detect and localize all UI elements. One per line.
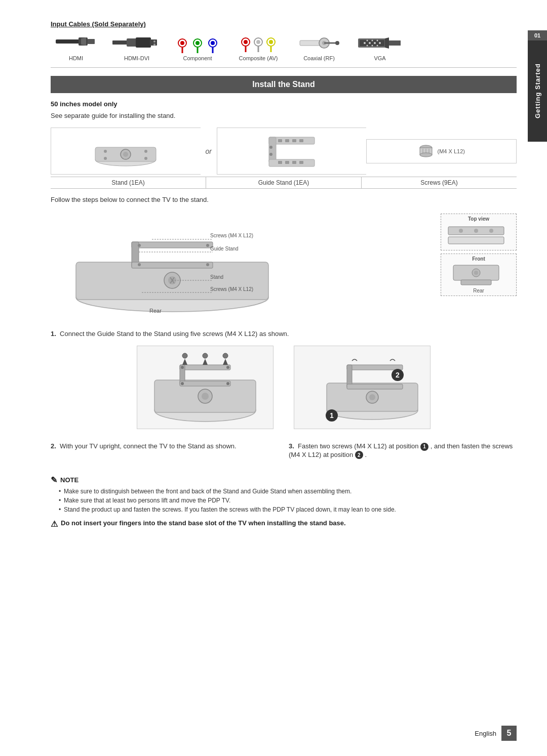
guide-text: See separate guide for installing the st… [51,112,517,119]
label-screws-bottom: Screws (M4 X L12) [210,286,253,292]
install-title: Install the Stand [51,76,517,93]
svg-point-129 [369,394,375,400]
svg-rect-2 [88,39,95,44]
svg-rect-59 [278,139,282,142]
warning-description: Do not insert your fingers into the stan… [61,519,346,527]
install-section: Install the Stand 50 inches model only S… [51,76,517,529]
composite-label: Composite (AV) [239,55,278,61]
cable-hdmi-dvi: HDMI-DVI [111,33,162,61]
svg-text:1: 1 [330,411,334,419]
svg-rect-46 [388,40,401,46]
svg-point-20 [244,40,248,44]
cables-title: Input Cables (Sold Separately) [51,20,517,28]
svg-point-9 [153,44,155,46]
component-label: Component [183,55,212,61]
svg-rect-66 [299,161,303,164]
note-header: ✎ NOTE [51,475,517,485]
svg-rect-104 [180,365,230,370]
cable-composite: Composite (AV) [233,33,284,61]
callout-2: 2 [355,451,363,459]
step1-description: Connect the Guide Stand to the Stand usi… [60,330,289,338]
svg-point-112 [202,393,209,400]
svg-rect-101 [461,280,491,285]
cable-component: Component [172,33,223,61]
svg-rect-106 [180,381,230,386]
svg-marker-115 [223,359,228,365]
svg-point-23 [256,40,260,44]
vga-icon [355,33,405,53]
note-item-1: Make sure to distinguish between the fro… [59,488,517,495]
svg-rect-60 [285,139,289,142]
note-section: ✎ NOTE Make sure to distinguish between … [51,475,517,513]
or-divider: or [201,147,217,155]
language-label: English [475,730,496,737]
svg-point-90 [206,244,209,247]
svg-point-32 [335,41,339,45]
svg-rect-97 [448,237,504,244]
svg-rect-65 [292,161,296,164]
svg-point-91 [138,263,141,266]
svg-point-36 [369,42,371,44]
step1-img2: 1 2 [294,346,431,429]
note-icon: ✎ [51,475,57,485]
svg-point-52 [104,150,107,153]
cable-coaxial: Coaxial (RF) [294,33,344,61]
hdmi-dvi-label: HDMI-DVI [124,55,149,61]
top-view-label: Top view [443,216,514,222]
hdmi-dvi-icon [111,33,162,53]
svg-rect-79 [132,262,213,268]
svg-point-44 [377,45,378,46]
svg-rect-5 [127,38,137,47]
svg-rect-64 [285,161,289,164]
component-icon [172,33,223,53]
coaxial-label: Coaxial (RF) [303,55,335,61]
guide-stand-svg [259,132,325,170]
screws-illustration: (M4 X L12) [418,144,465,159]
callout-1: 1 [420,443,428,451]
rear-label: Rear [443,288,514,293]
svg-marker-113 [182,359,187,365]
svg-point-92 [206,263,209,266]
svg-rect-6 [136,37,151,48]
top-view-box: Top view [441,214,517,250]
svg-rect-63 [278,161,282,164]
label-guide-stand: Guide Stand [210,246,239,251]
svg-point-109 [181,382,184,385]
svg-point-26 [269,40,273,44]
step1-text: 1. Connect the Guide Stand to the Stand … [51,330,517,338]
hdmi-icon [51,33,101,53]
svg-point-95 [474,229,478,233]
cable-hdmi: HDMI [51,33,101,61]
svg-point-37 [374,42,376,44]
svg-rect-28 [300,40,320,46]
step2-number: 2. [51,442,56,450]
svg-rect-58 [269,159,315,166]
svg-point-94 [459,229,463,233]
svg-point-107 [181,366,184,369]
stand-label: Stand (1EA) [51,177,206,188]
svg-point-35 [364,42,366,44]
svg-point-110 [226,382,229,385]
svg-point-54 [104,157,107,160]
svg-point-89 [138,244,141,247]
steps-23: 2. With your TV upright, connect the TV … [51,437,517,467]
step2-container: 2. With your TV upright, connect the TV … [51,437,279,467]
front-view-box: Front Rear [441,254,517,296]
svg-rect-61 [292,139,296,142]
composite-icon [233,33,284,53]
svg-rect-62 [299,139,303,142]
svg-point-38 [379,42,381,44]
svg-point-42 [367,45,368,46]
svg-point-67 [269,146,272,149]
note-list: Make sure to distinguish between the fro… [51,488,517,513]
svg-point-11 [180,41,184,45]
note-item-3: Stand the product up and fasten the scre… [59,506,517,513]
hdmi-label: HDMI [69,55,83,61]
svg-rect-123 [347,384,403,389]
svg-point-51 [123,152,128,157]
svg-point-43 [372,45,373,46]
cables-section: Input Cables (Sold Separately) HDMI [51,20,517,68]
svg-marker-47 [385,37,389,49]
svg-point-118 [223,353,228,358]
step2-description: With your TV upright, connect the TV to … [60,442,237,450]
